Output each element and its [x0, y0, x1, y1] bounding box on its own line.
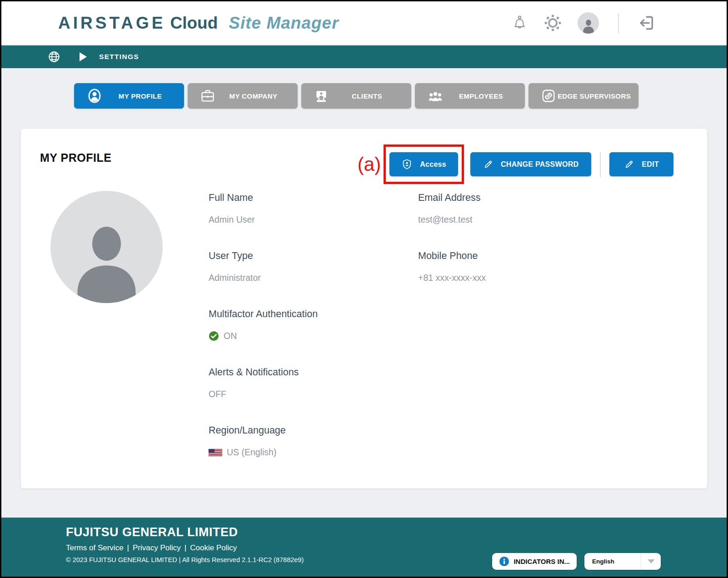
- tab-clients[interactable]: CLIENTS: [301, 83, 411, 109]
- tab-label: EDGE SUPERVISORS: [556, 92, 632, 100]
- check-circle-icon: [209, 331, 219, 341]
- user-avatar-icon[interactable]: [578, 12, 599, 34]
- tab-label: MY PROFILE: [103, 92, 178, 100]
- tab-label: MY COMPANY: [215, 92, 291, 100]
- chevron-down-icon: [648, 559, 655, 563]
- change-password-button[interactable]: CHANGE PASSWORD: [470, 152, 591, 176]
- tab-edge-supervisors[interactable]: EDGE SUPERVISORS: [529, 83, 638, 109]
- tab-label: EMPLOYEES: [444, 92, 519, 100]
- field-multifactor-authentication: Multifactor Authentication ON: [209, 309, 418, 341]
- indicators-info-button[interactable]: INDICATORS IN...: [492, 553, 577, 570]
- actions-divider: [600, 152, 601, 177]
- info-circle-icon: [499, 556, 509, 567]
- terms-of-service-link[interactable]: Terms of Service: [66, 543, 124, 553]
- us-flag-icon: [209, 449, 222, 456]
- profile-fields-right: Email Address test@test.test Mobile Phon…: [418, 192, 627, 309]
- person-oval-icon: [86, 88, 103, 104]
- pencil-icon: [483, 159, 494, 169]
- field-region-language: Region/Language US (English): [209, 425, 418, 458]
- link-square-icon: [541, 88, 556, 104]
- page-footer: FUJITSU GENERAL LIMITED Terms of Service…: [1, 518, 727, 577]
- tab-my-company[interactable]: MY COMPANY: [188, 83, 298, 109]
- section-navbar: SETTINGS: [1, 45, 727, 68]
- region-language-value: US (English): [227, 447, 276, 458]
- privacy-policy-link[interactable]: Privacy Policy: [133, 543, 181, 553]
- logout-icon[interactable]: [638, 15, 655, 31]
- link-separator: |: [184, 543, 186, 553]
- tab-bar: MY PROFILE MY COMPANY: [74, 68, 727, 109]
- mfa-status: ON: [224, 331, 237, 341]
- access-button-label: Access: [420, 160, 446, 169]
- footer-right-controls: INDICATORS IN... English: [492, 553, 661, 570]
- cookie-policy-link[interactable]: Cookie Policy: [190, 543, 237, 553]
- my-profile-card: MY PROFILE (a) Access: [21, 129, 707, 488]
- bell-icon[interactable]: [511, 15, 528, 31]
- logo-brand: AIRSTAGE: [58, 14, 165, 33]
- tab-employees[interactable]: EMPLOYEES: [415, 83, 525, 109]
- footer-links: Terms of Service | Privacy Policy | Cook…: [66, 543, 727, 553]
- profile-actions: (a) Access: [358, 144, 673, 184]
- globe-icon[interactable]: [48, 50, 60, 63]
- page-title: MY PROFILE: [40, 151, 111, 164]
- profile-photo-placeholder: [50, 191, 163, 303]
- field-user-type: User Type Administrator: [209, 250, 418, 283]
- link-separator: |: [127, 543, 129, 553]
- field-full-name: Full Name Admin User: [209, 192, 418, 225]
- tab-my-profile[interactable]: MY PROFILE: [74, 83, 184, 109]
- people-icon: [427, 89, 444, 103]
- site-manager-page: AIRSTAGE Cloud Site Manager: [0, 0, 728, 578]
- logo-app-name: Site Manager: [229, 14, 339, 33]
- language-dropdown[interactable]: English: [584, 553, 661, 570]
- id-badge-icon: [314, 88, 329, 104]
- field-email-address: Email Address test@test.test: [418, 192, 627, 225]
- dropdown-caret-area[interactable]: [641, 553, 661, 570]
- profile-fields-left: Full Name Admin User User Type Administr…: [209, 192, 418, 483]
- app-logo: AIRSTAGE Cloud Site Manager: [58, 14, 339, 33]
- change-password-label: CHANGE PASSWORD: [501, 160, 578, 169]
- play-triangle-icon: [80, 52, 87, 61]
- language-selected-value: English: [584, 558, 641, 565]
- logo-product: Cloud: [170, 14, 218, 33]
- edit-button-label: EDIT: [642, 160, 659, 169]
- annotation-highlight-box: Access: [384, 144, 464, 184]
- field-mobile-phone: Mobile Phone +81 xxx-xxxx-xxx: [418, 250, 627, 283]
- page-body: MY PROFILE MY COMPANY: [1, 68, 727, 518]
- briefcase-icon: [200, 88, 215, 104]
- breadcrumb-settings: SETTINGS: [99, 53, 139, 61]
- header-icon-group: [511, 12, 655, 34]
- tab-label: CLIENTS: [329, 92, 405, 100]
- edit-button[interactable]: EDIT: [609, 152, 673, 176]
- gear-icon[interactable]: [544, 14, 562, 32]
- top-header: AIRSTAGE Cloud Site Manager: [1, 1, 727, 45]
- field-alerts-notifications: Alerts & Notifications OFF: [209, 367, 418, 399]
- shield-person-icon: [401, 159, 413, 170]
- header-divider: [618, 13, 619, 33]
- pencil-icon: [624, 159, 634, 169]
- indicators-button-label: INDICATORS IN...: [514, 558, 570, 565]
- access-button[interactable]: Access: [389, 152, 458, 176]
- footer-company-name: FUJITSU GENERAL LIMITED: [66, 525, 727, 539]
- annotation-a-label: (a): [358, 155, 381, 174]
